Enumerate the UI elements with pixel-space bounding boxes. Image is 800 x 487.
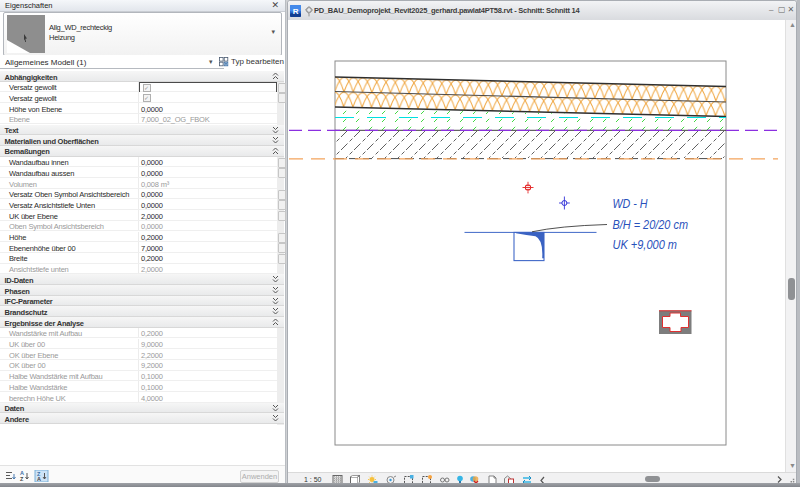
svg-text:WD - H: WD - H [613,196,648,211]
svg-text:R: R [293,7,299,16]
svg-text:Z: Z [20,476,24,482]
svg-text:A: A [37,476,41,482]
svg-text:B/H = 20/20 cm: B/H = 20/20 cm [613,217,689,232]
svg-text:UK +9,000 m: UK +9,000 m [613,237,678,252]
